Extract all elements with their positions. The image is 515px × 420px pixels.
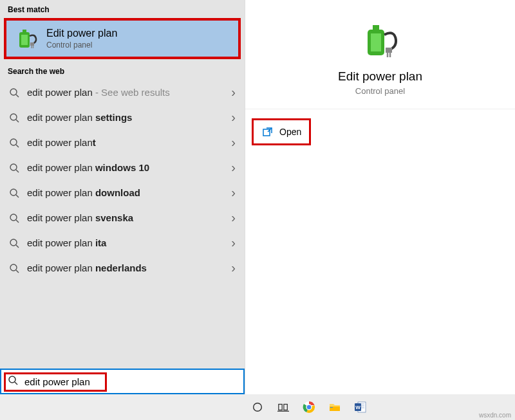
watermark: wsxdn.com <box>479 412 511 419</box>
svg-rect-3 <box>30 42 34 46</box>
svg-point-8 <box>10 114 17 120</box>
task-view-icon[interactable] <box>270 394 296 420</box>
chevron-right-icon: › <box>226 85 236 100</box>
open-icon <box>263 127 273 137</box>
svg-line-30 <box>15 382 17 385</box>
svg-point-10 <box>10 139 17 145</box>
svg-point-31 <box>254 403 262 412</box>
best-match-title: Edit power plan <box>46 28 117 39</box>
search-input[interactable] <box>24 376 237 387</box>
chevron-right-icon: › <box>226 235 236 250</box>
svg-rect-25 <box>386 48 392 53</box>
open-button[interactable]: Open <box>252 118 311 145</box>
svg-line-19 <box>16 245 19 248</box>
chevron-right-icon: › <box>226 110 236 125</box>
search-icon <box>9 263 19 273</box>
chevron-right-icon: › <box>226 185 236 200</box>
web-result-item[interactable]: edit power plan nederlands› <box>0 255 245 280</box>
svg-line-21 <box>16 270 19 273</box>
taskbar: W <box>0 394 515 420</box>
cortana-icon[interactable] <box>245 394 270 420</box>
web-result-text: edit power plan svenska <box>27 212 226 223</box>
svg-point-16 <box>10 214 17 221</box>
svg-line-17 <box>16 220 19 223</box>
search-icon <box>9 213 19 223</box>
search-icon <box>9 163 19 173</box>
web-result-text: edit power plan nederlands <box>27 262 226 273</box>
search-icon <box>9 188 19 198</box>
search-icon <box>9 113 19 123</box>
svg-line-9 <box>16 120 19 122</box>
svg-line-13 <box>16 170 19 172</box>
chrome-icon[interactable] <box>296 394 322 420</box>
svg-point-29 <box>9 376 15 383</box>
chevron-right-icon: › <box>226 210 236 225</box>
search-icon <box>8 375 18 388</box>
best-match-text: Edit power plan Control panel <box>46 28 117 50</box>
svg-rect-39 <box>330 407 333 408</box>
web-result-item[interactable]: edit power plan svenska› <box>0 205 245 230</box>
web-result-text: edit power plan - See web results <box>27 87 226 98</box>
battery-plug-icon-large <box>360 19 401 60</box>
svg-line-11 <box>16 145 19 147</box>
preview-header: Edit power plan Control panel <box>245 0 515 109</box>
svg-rect-24 <box>371 33 381 51</box>
file-explorer-icon[interactable] <box>322 394 348 420</box>
chevron-right-icon: › <box>226 135 236 150</box>
best-match-label: Best match <box>0 0 245 18</box>
svg-point-6 <box>10 89 17 95</box>
svg-rect-32 <box>279 405 282 410</box>
web-result-item[interactable]: edit power plan - See web results› <box>0 80 245 105</box>
web-result-item[interactable]: edit power plant› <box>0 130 245 155</box>
web-result-text: edit power plan ita <box>27 237 226 248</box>
svg-rect-1 <box>23 30 26 33</box>
preview-title: Edit power plan <box>338 69 422 84</box>
search-results-pane: Best match Edit power plan Control panel… <box>0 0 245 394</box>
svg-rect-2 <box>21 35 28 45</box>
best-match-result[interactable]: Edit power plan Control panel <box>4 18 241 59</box>
svg-line-7 <box>16 95 19 97</box>
search-icon <box>9 238 19 248</box>
chevron-right-icon: › <box>226 160 236 175</box>
search-web-label: Search the web <box>0 62 245 80</box>
search-input-bar[interactable] <box>0 369 245 394</box>
web-results-list: edit power plan - See web results›edit p… <box>0 80 245 280</box>
svg-point-18 <box>10 239 17 246</box>
preview-subtitle: Control panel <box>355 86 405 96</box>
word-icon[interactable]: W <box>348 394 373 420</box>
svg-rect-23 <box>373 25 379 30</box>
search-icon <box>9 87 19 98</box>
web-result-text: edit power plan windows 10 <box>27 162 226 173</box>
preview-pane: Edit power plan Control panel Open <box>245 0 515 394</box>
svg-point-14 <box>10 189 17 196</box>
best-match-subtitle: Control panel <box>46 41 117 50</box>
web-result-text: edit power plan download <box>27 187 226 198</box>
web-result-text: edit power plant <box>27 137 226 148</box>
web-result-item[interactable]: edit power plan windows 10› <box>0 155 245 180</box>
search-icon <box>9 138 19 148</box>
chevron-right-icon: › <box>226 260 236 275</box>
web-result-text: edit power plan settings <box>27 112 226 123</box>
battery-plug-icon <box>15 27 39 50</box>
web-result-item[interactable]: edit power plan download› <box>0 180 245 205</box>
svg-point-20 <box>10 264 17 271</box>
svg-text:W: W <box>355 405 360 410</box>
svg-point-12 <box>10 164 17 170</box>
web-result-item[interactable]: edit power plan settings› <box>0 105 245 130</box>
svg-line-15 <box>16 195 19 197</box>
open-label: Open <box>279 127 301 137</box>
svg-rect-33 <box>284 405 287 410</box>
web-result-item[interactable]: edit power plan ita› <box>0 230 245 255</box>
